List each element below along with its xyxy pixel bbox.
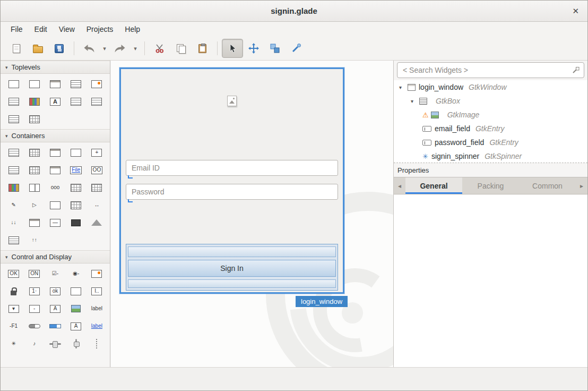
palette-font-chooser-dialog[interactable]: A — [47, 95, 63, 108]
palette-paned-vertical[interactable] — [27, 181, 42, 194]
close-icon[interactable]: ✕ — [572, 6, 579, 16]
palette-button[interactable]: OK — [6, 267, 22, 280]
palette-spin-button[interactable]: 1· — [27, 285, 42, 298]
palette-combo-box[interactable]: ▾ — [6, 302, 22, 315]
palette-file-chooser-button[interactable]: File — [68, 164, 84, 176]
palette-message-dialog[interactable] — [68, 78, 84, 90]
palette-progress-bar[interactable] — [27, 320, 42, 333]
palette-section-toplevels[interactable]: ▾Toplevels — [1, 61, 110, 74]
palette-assistant[interactable] — [6, 113, 22, 125]
menu-projects[interactable]: Projects — [81, 23, 119, 36]
selector-button[interactable] — [222, 39, 243, 58]
palette-about-dialog[interactable] — [89, 78, 105, 90]
palette-grid[interactable] — [27, 146, 42, 159]
palette-layout[interactable] — [47, 199, 63, 211]
open-project-button[interactable] — [27, 39, 48, 58]
palette-section-control-and-display[interactable]: ▾Control and Display — [1, 250, 110, 264]
palette-app-chooser-dialog[interactable] — [89, 95, 105, 108]
drag-resize-button[interactable] — [243, 39, 264, 58]
palette-toolbar[interactable] — [68, 181, 84, 194]
palette-section-containers[interactable]: ▾Containers — [1, 129, 110, 142]
tabs-right-arrow-icon[interactable]: ▸ — [576, 177, 587, 194]
expander-icon[interactable]: ▾ — [399, 84, 408, 90]
align-edit-button[interactable] — [286, 39, 307, 58]
palette-offscreen-window[interactable] — [27, 113, 42, 125]
palette-revealer[interactable] — [89, 216, 105, 229]
palette-tool-item-group[interactable]: ▷ — [27, 199, 42, 211]
palette-box[interactable] — [6, 146, 22, 159]
palette-notebook[interactable] — [47, 146, 63, 159]
palette-flow-box[interactable] — [27, 164, 42, 176]
palette-stack[interactable] — [6, 234, 22, 246]
copy-button[interactable] — [170, 39, 192, 58]
tree-row-gtkimage[interactable]: ⚠GtkImage — [394, 108, 587, 122]
palette-fixed[interactable] — [68, 199, 84, 211]
palette-scrollbar[interactable] — [68, 337, 84, 350]
palette-combo-box-text[interactable]: - — [27, 302, 42, 315]
palette-image[interactable] — [68, 302, 84, 315]
cut-button[interactable] — [149, 39, 170, 58]
palette-dialog[interactable] — [47, 78, 63, 90]
palette-scrolled-window[interactable]: ↔ — [89, 199, 105, 211]
palette-check-button[interactable]: ☑- — [47, 267, 63, 280]
new-project-button[interactable] — [6, 39, 27, 58]
palette-spinner[interactable]: ✳ — [6, 337, 22, 350]
signin-button-box[interactable]: Sign In — [126, 244, 338, 291]
palette-icon-view[interactable] — [89, 181, 105, 194]
palette-tree-view[interactable] — [6, 181, 22, 194]
menu-help[interactable]: Help — [119, 23, 146, 36]
palette-scale[interactable] — [47, 337, 63, 350]
tree-row-gtkbox[interactable]: ▾GtkBox — [394, 94, 587, 108]
palette-level-bar[interactable] — [47, 320, 63, 333]
palette-switch[interactable]: ON — [27, 267, 42, 280]
tab-common[interactable]: Common — [519, 177, 576, 194]
palette-size-group[interactable]: ooo — [47, 181, 63, 194]
palette-event-box[interactable] — [68, 216, 84, 229]
palette-separator[interactable]: — — [47, 216, 63, 229]
palette-color-button[interactable]: ok — [47, 285, 63, 298]
tree-row-signin-spinner[interactable]: ✳signin_spinnerGtkSpinner — [394, 149, 587, 163]
tab-general[interactable]: General — [405, 177, 462, 194]
undo-button[interactable] — [79, 39, 100, 58]
tree-row-email-field[interactable]: email_fieldGtkEntry — [394, 122, 587, 135]
box-filler-bottom[interactable] — [128, 279, 336, 288]
palette-radio-button[interactable]: ◉- — [68, 267, 84, 280]
palette-aspect-frame[interactable]: OO — [89, 164, 105, 176]
palette-application-window[interactable] — [27, 78, 42, 90]
menu-edit[interactable]: Edit — [29, 23, 53, 36]
tab-packing[interactable]: Packing — [462, 177, 519, 194]
palette-accel-label[interactable]: -F1 — [6, 320, 22, 333]
tabs-left-arrow-icon[interactable]: ◂ — [394, 177, 405, 194]
palette-menu-button[interactable] — [89, 267, 105, 280]
palette-paned[interactable]: + — [89, 146, 105, 159]
redo-menu-button[interactable]: ▾ — [131, 39, 140, 58]
margin-edit-button[interactable] — [264, 39, 286, 58]
box-filler-top[interactable] — [128, 246, 336, 257]
palette-recent-chooser-dialog[interactable] — [68, 95, 84, 108]
paste-button[interactable] — [192, 39, 213, 58]
tree-row-password-field[interactable]: password_fieldGtkEntry — [394, 135, 587, 149]
image-placeholder-icon[interactable] — [227, 96, 237, 106]
redo-button[interactable] — [109, 39, 131, 58]
palette-notebook-pages[interactable] — [47, 164, 63, 176]
palette-entry[interactable] — [68, 285, 84, 298]
palette-file-chooser-dialog[interactable] — [6, 95, 22, 108]
palette-viewport[interactable]: ↓↓ — [6, 216, 22, 229]
palette-search-entry[interactable]: I.. — [89, 285, 105, 298]
expander-icon[interactable]: ▾ — [411, 98, 419, 104]
palette-separator-vertical[interactable] — [89, 337, 105, 350]
design-window-login[interactable]: Email ID Password Sign In — [119, 67, 344, 294]
tree-row-login-window[interactable]: ▾login_windowGtkWindow — [394, 80, 587, 94]
palette-color-chooser-dialog[interactable] — [27, 95, 42, 108]
menu-view[interactable]: View — [53, 23, 81, 36]
palette-window[interactable] — [6, 78, 22, 90]
palette-tool-palette[interactable]: ✎ — [6, 199, 22, 211]
undo-menu-button[interactable]: ▾ — [100, 39, 109, 58]
email-entry[interactable]: Email ID — [126, 160, 338, 176]
palette-volume-button[interactable]: ♪ — [27, 337, 42, 350]
palette-text-view[interactable]: A — [68, 320, 84, 333]
palette-label[interactable]: label — [89, 302, 105, 315]
palette-link-button[interactable]: label — [89, 320, 105, 333]
save-button[interactable] — [48, 39, 70, 58]
menu-file[interactable]: File — [5, 23, 29, 36]
